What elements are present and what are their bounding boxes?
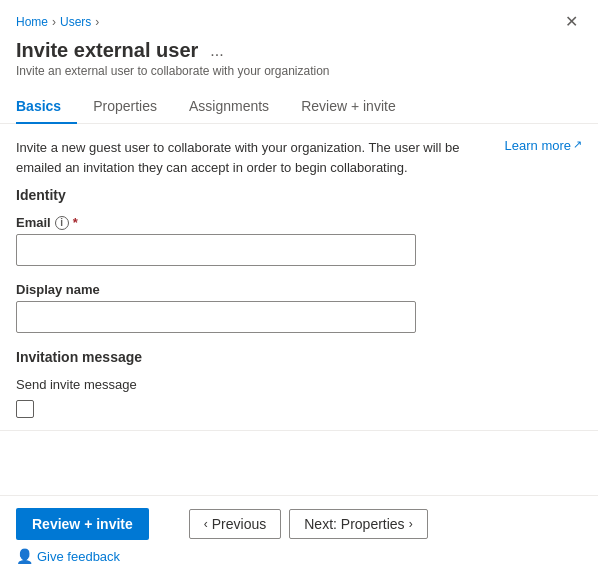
email-input[interactable] <box>16 234 416 266</box>
page-title-row: Invite external user ... <box>16 39 330 62</box>
tab-assignments[interactable]: Assignments <box>173 90 285 124</box>
breadcrumb: Home › Users › <box>16 15 99 29</box>
footer-divider <box>0 430 598 431</box>
invitation-message-section: Invitation message Send invite message <box>16 349 582 418</box>
next-properties-button[interactable]: Next: Properties › <box>289 509 427 539</box>
footer: Review + invite ‹ Previous Next: Propert… <box>0 495 598 576</box>
close-button[interactable]: ✕ <box>561 8 582 35</box>
invitation-message-title: Invitation message <box>16 349 582 365</box>
tab-review-invite[interactable]: Review + invite <box>285 90 412 124</box>
email-label-text: Email <box>16 215 51 230</box>
footer-buttons: Review + invite ‹ Previous Next: Propert… <box>16 508 582 540</box>
email-label: Email i * <box>16 215 582 230</box>
send-invite-checkbox-row <box>16 400 582 418</box>
page-title: Invite external user <box>16 39 198 62</box>
display-name-input[interactable] <box>16 301 416 333</box>
tabs-bar: Basics Properties Assignments Review + i… <box>0 78 598 124</box>
send-invite-row: Send invite message <box>16 377 582 392</box>
display-name-field-group: Display name <box>16 282 582 333</box>
email-required-marker: * <box>73 215 78 230</box>
display-name-label: Display name <box>16 282 582 297</box>
breadcrumb-sep-1: › <box>52 15 56 29</box>
identity-section-title: Identity <box>16 187 582 203</box>
form-section: Identity Email i * Display name Invitati… <box>0 187 598 418</box>
feedback-icon: 👤 <box>16 548 33 564</box>
breadcrumb-users[interactable]: Users <box>60 15 91 29</box>
breadcrumb-home[interactable]: Home <box>16 15 48 29</box>
email-field-group: Email i * <box>16 215 582 266</box>
external-link-icon: ↗ <box>573 138 582 151</box>
review-invite-button[interactable]: Review + invite <box>16 508 149 540</box>
send-invite-checkbox[interactable] <box>16 400 34 418</box>
breadcrumb-sep-2: › <box>95 15 99 29</box>
give-feedback-label: Give feedback <box>37 549 120 564</box>
learn-more-link[interactable]: Learn more ↗ <box>505 138 582 153</box>
info-banner: Invite a new guest user to collaborate w… <box>0 124 598 187</box>
title-area: Invite external user ... Invite an exter… <box>16 39 330 78</box>
learn-more-label: Learn more <box>505 138 571 153</box>
nav-buttons: ‹ Previous Next: Properties › <box>189 509 428 539</box>
ellipsis-button[interactable]: ... <box>206 40 227 62</box>
previous-label: Previous <box>212 516 266 532</box>
tab-properties[interactable]: Properties <box>77 90 173 124</box>
tab-basics[interactable]: Basics <box>16 90 77 124</box>
email-info-icon[interactable]: i <box>55 216 69 230</box>
info-text: Invite a new guest user to collaborate w… <box>16 138 489 177</box>
display-name-label-text: Display name <box>16 282 100 297</box>
previous-button[interactable]: ‹ Previous <box>189 509 281 539</box>
send-invite-label: Send invite message <box>16 377 137 392</box>
header-section: Invite external user ... Invite an exter… <box>0 35 598 78</box>
next-chevron-icon: › <box>409 517 413 531</box>
page-subtitle: Invite an external user to collaborate w… <box>16 64 330 78</box>
give-feedback-link[interactable]: 👤 Give feedback <box>16 548 582 564</box>
next-label: Next: Properties <box>304 516 404 532</box>
prev-chevron-icon: ‹ <box>204 517 208 531</box>
top-bar: Home › Users › ✕ <box>0 0 598 35</box>
